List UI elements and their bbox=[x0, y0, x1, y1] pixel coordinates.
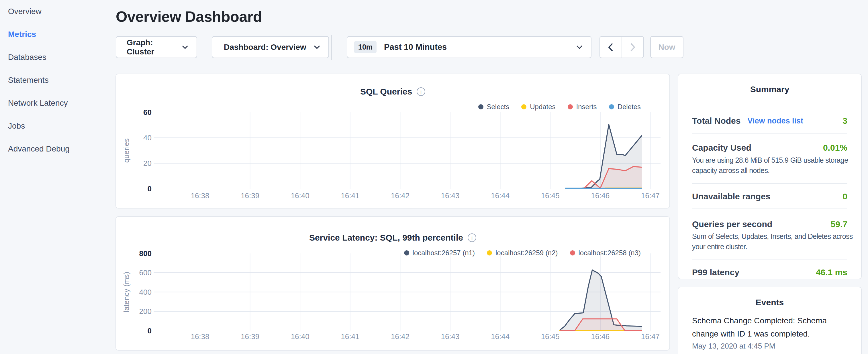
sidebar-item-overview[interactable]: Overview bbox=[0, 0, 115, 23]
qps-label: Queries per second bbox=[692, 218, 772, 230]
chart-canvas: 16:3816:3916:4016:4116:4216:4316:4416:45… bbox=[116, 74, 670, 208]
divider bbox=[692, 183, 847, 184]
capacity-description: You are using 28.6 MiB of 515.9 GiB usab… bbox=[692, 155, 847, 175]
sidebar: Overview Metrics Databases Statements Ne… bbox=[0, 0, 115, 160]
svg-text:16:43: 16:43 bbox=[441, 332, 459, 341]
p99-latency-label: P99 latency bbox=[692, 266, 739, 279]
qps-value: 59.7 bbox=[831, 218, 847, 230]
summary-panel: Summary Total Nodes View nodes list 3 Ca… bbox=[678, 74, 862, 279]
p99-latency-value: 46.1 ms bbox=[816, 266, 847, 279]
sidebar-item-statements[interactable]: Statements bbox=[0, 69, 115, 92]
time-back-button[interactable] bbox=[600, 37, 622, 58]
chevron-down-icon bbox=[576, 45, 583, 50]
total-nodes-label: Total Nodes bbox=[692, 115, 741, 127]
sidebar-item-metrics[interactable]: Metrics bbox=[0, 23, 115, 46]
svg-text:600: 600 bbox=[139, 268, 152, 277]
time-range-dropdown[interactable]: 10m Past 10 Minutes bbox=[347, 36, 591, 58]
sql-queries-chart: SQL Queries i SelectsUpdatesInsertsDelet… bbox=[116, 74, 670, 208]
divider bbox=[692, 133, 847, 134]
qps-desc-line2: your entire cluster. bbox=[692, 242, 847, 252]
unavailable-ranges-label: Unavailable ranges bbox=[692, 190, 770, 202]
chevron-left-icon bbox=[608, 43, 613, 52]
page-title: Overview Dashboard bbox=[116, 8, 262, 25]
graph-scope-dropdown[interactable]: Graph: Cluster bbox=[116, 36, 197, 58]
summary-row-p99: P99 latency 46.1 ms bbox=[692, 266, 847, 279]
capacity-desc-line2: capacity across all nodes. bbox=[692, 165, 847, 175]
svg-text:queries: queries bbox=[122, 138, 131, 163]
summary-row-unavailable: Unavailable ranges 0 bbox=[692, 190, 847, 202]
total-nodes-value: 3 bbox=[842, 115, 847, 127]
event-message[interactable]: Schema Change Completed: Schema change w… bbox=[692, 314, 847, 341]
event-message-line2: change with ID 1 was completed. bbox=[692, 327, 847, 341]
svg-text:16:42: 16:42 bbox=[391, 191, 409, 200]
svg-text:16:39: 16:39 bbox=[241, 191, 259, 200]
time-step-buttons bbox=[599, 36, 644, 58]
capacity-label: Capacity Used bbox=[692, 142, 751, 154]
svg-text:16:38: 16:38 bbox=[191, 191, 209, 200]
time-range-badge: 10m bbox=[354, 41, 376, 53]
now-button[interactable]: Now bbox=[650, 36, 683, 58]
time-range-label: Past 10 Minutes bbox=[384, 42, 447, 52]
summary-row-qps: Queries per second 59.7 bbox=[692, 218, 847, 230]
sidebar-item-advanced-debug[interactable]: Advanced Debug bbox=[0, 137, 115, 160]
summary-title: Summary bbox=[692, 83, 847, 95]
events-title: Events bbox=[692, 296, 847, 309]
qps-desc-line1: Sum of Selects, Updates, Inserts, and De… bbox=[692, 231, 847, 242]
sidebar-item-jobs[interactable]: Jobs bbox=[0, 115, 115, 137]
svg-text:latency (ms): latency (ms) bbox=[122, 272, 131, 313]
svg-text:60: 60 bbox=[143, 108, 152, 117]
svg-text:16:40: 16:40 bbox=[291, 332, 309, 341]
event-message-line1: Schema Change Completed: Schema bbox=[692, 314, 847, 327]
svg-text:16:41: 16:41 bbox=[341, 191, 359, 200]
sidebar-item-databases[interactable]: Databases bbox=[0, 46, 115, 69]
svg-text:200: 200 bbox=[139, 307, 152, 316]
time-forward-button[interactable] bbox=[622, 37, 644, 58]
svg-text:800: 800 bbox=[139, 249, 152, 258]
service-latency-chart: Service Latency: SQL, 99th percentile i … bbox=[116, 216, 670, 351]
svg-text:16:41: 16:41 bbox=[341, 332, 359, 341]
event-timestamp: May 13, 2020 at 4:45 PM bbox=[692, 342, 847, 351]
events-panel: Events Schema Change Completed: Schema c… bbox=[678, 287, 862, 354]
svg-text:20: 20 bbox=[143, 159, 152, 167]
capacity-value: 0.01% bbox=[823, 142, 847, 154]
svg-text:16:42: 16:42 bbox=[391, 332, 409, 341]
dashboard-dropdown[interactable]: Dashboard: Overview bbox=[212, 36, 329, 58]
capacity-desc-line1: You are using 28.6 MiB of 515.9 GiB usab… bbox=[692, 155, 847, 165]
divider bbox=[692, 259, 847, 259]
svg-text:16:44: 16:44 bbox=[491, 191, 509, 200]
svg-text:16:45: 16:45 bbox=[541, 332, 560, 341]
graph-scope-label: Graph: Cluster bbox=[127, 38, 182, 57]
qps-description: Sum of Selects, Updates, Inserts, and De… bbox=[692, 231, 847, 252]
svg-text:16:38: 16:38 bbox=[191, 332, 209, 341]
svg-text:0: 0 bbox=[148, 326, 152, 335]
svg-text:0: 0 bbox=[148, 185, 152, 193]
unavailable-ranges-value: 0 bbox=[842, 190, 847, 202]
svg-text:16:40: 16:40 bbox=[291, 191, 309, 200]
svg-text:16:43: 16:43 bbox=[441, 191, 459, 200]
svg-text:16:45: 16:45 bbox=[541, 191, 560, 200]
svg-text:16:46: 16:46 bbox=[591, 332, 610, 341]
view-nodes-link[interactable]: View nodes list bbox=[747, 115, 803, 127]
toolbar-divider bbox=[331, 35, 332, 60]
svg-text:40: 40 bbox=[143, 133, 152, 142]
chart-canvas: 16:3816:3916:4016:4116:4216:4316:4416:45… bbox=[116, 217, 670, 350]
svg-text:16:46: 16:46 bbox=[591, 191, 610, 200]
divider bbox=[692, 208, 847, 209]
chevron-down-icon bbox=[313, 45, 320, 50]
dashboard-label: Dashboard: Overview bbox=[224, 43, 306, 52]
summary-row-capacity: Capacity Used 0.01% bbox=[692, 142, 847, 154]
svg-text:16:47: 16:47 bbox=[641, 191, 660, 200]
summary-row-total-nodes: Total Nodes View nodes list 3 bbox=[692, 115, 847, 127]
svg-text:16:44: 16:44 bbox=[491, 332, 509, 341]
svg-text:16:39: 16:39 bbox=[241, 332, 259, 341]
sidebar-item-network-latency[interactable]: Network Latency bbox=[0, 92, 115, 115]
chevron-right-icon bbox=[630, 43, 635, 52]
svg-text:400: 400 bbox=[139, 288, 152, 296]
svg-text:16:47: 16:47 bbox=[641, 332, 660, 341]
metrics-page: Overview Metrics Databases Statements Ne… bbox=[0, 0, 868, 354]
chevron-down-icon bbox=[182, 45, 189, 50]
